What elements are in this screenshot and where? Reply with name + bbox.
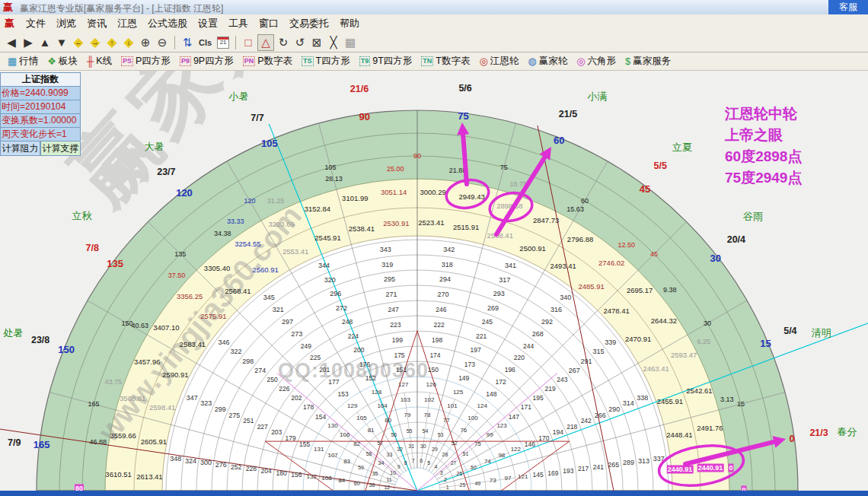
- menu-item-工具[interactable]: 工具: [223, 14, 254, 33]
- menu-item-帮助[interactable]: 帮助: [334, 14, 365, 33]
- forward-icon[interactable]: ▶: [21, 35, 36, 50]
- back-icon[interactable]: ◀: [4, 35, 19, 50]
- pointer-down-icon[interactable]: ▼: [54, 35, 69, 50]
- toolbar-separator: [235, 36, 236, 49]
- hexagon-icon: ◎: [576, 56, 585, 67]
- toolbar-modules: ▦行情❖板块╫K线PSP四方形P99P四方形PNP数字表TST四方形T99T四方…: [0, 52, 868, 71]
- diamond-right-icon[interactable]: ◆→: [88, 35, 103, 50]
- annotation-line: 江恩轮中轮: [725, 103, 802, 125]
- updown-icon[interactable]: ⇅: [180, 35, 195, 50]
- t-square-icon: TS: [302, 56, 314, 66]
- zoom-out-icon[interactable]: ⊖: [155, 35, 170, 50]
- module-t-table[interactable]: TNT数字表: [421, 55, 470, 68]
- menu-item-设置[interactable]: 设置: [193, 14, 223, 33]
- symbol-title: 上证指数: [0, 72, 81, 87]
- date-row: 时间=20190104: [0, 100, 81, 114]
- t-table-icon: TN: [421, 56, 433, 66]
- board-icon[interactable]: ▦: [343, 35, 358, 50]
- title-bar: 赢 赢家江恩专业版[赢家服务平台] - [上证指数 江恩轮]: [0, 0, 868, 15]
- app-logo-icon: 赢: [3, 1, 13, 14]
- 9p-square-label: 9P四方形: [193, 55, 234, 68]
- triangle-tool-icon[interactable]: △: [257, 34, 274, 51]
- step-row: 周天变化步长=1: [0, 128, 81, 141]
- kline-label: K线: [96, 55, 112, 68]
- bottom-strip: [0, 491, 868, 496]
- zoom-in-icon[interactable]: ⊕: [138, 35, 153, 50]
- diamond-left-icon[interactable]: ◆←: [71, 35, 86, 50]
- p-table-icon: PN: [243, 56, 256, 66]
- module-quotes[interactable]: ▦行情: [8, 55, 38, 68]
- quotes-icon: ▦: [8, 56, 17, 67]
- calendar-icon[interactable]: 21: [215, 35, 231, 50]
- module-p-table[interactable]: PNP数字表: [243, 55, 292, 68]
- module-t-square[interactable]: TST四方形: [302, 55, 350, 68]
- toolbar-separator: [174, 36, 175, 49]
- menu-item-文件[interactable]: 文件: [21, 14, 51, 33]
- annotation-text: 江恩轮中轮上帝之眼60度2898点75度2949点: [725, 103, 802, 189]
- calc-support-button[interactable]: 计算支撑: [40, 141, 81, 156]
- kline-icon: ╫: [87, 56, 94, 67]
- annotation-line: 上帝之眼: [725, 125, 802, 146]
- gann-wheel-label: 江恩轮: [490, 55, 519, 68]
- menu-item-交易委托[interactable]: 交易委托: [284, 14, 334, 33]
- module-p-square[interactable]: PSP四方形: [121, 55, 171, 68]
- 9t-square-label: 9T四方形: [372, 55, 412, 68]
- annotation-line: 60度2898点: [725, 146, 802, 167]
- module-9p-square[interactable]: P99P四方形: [180, 55, 234, 68]
- quotes-label: 行情: [19, 55, 38, 68]
- annotation-line: 75度2949点: [725, 167, 802, 189]
- gann-wheel-icon: ◎: [479, 56, 487, 67]
- rect-tool-icon[interactable]: □: [241, 35, 256, 50]
- price-row: 价格=2440.9099: [0, 87, 81, 100]
- support-button[interactable]: 客服: [828, 0, 868, 14]
- menu-item-公式选股[interactable]: 公式选股: [142, 14, 193, 33]
- t-square-label: T四方形: [316, 55, 350, 68]
- 9p-square-icon: P9: [180, 56, 191, 66]
- module-gann-wheel[interactable]: ◎江恩轮: [479, 55, 519, 68]
- module-hexagon[interactable]: ◎六角形: [576, 55, 616, 68]
- menu-bar: 赢文件浏览资讯江恩公式选股设置工具窗口交易委托帮助: [0, 14, 868, 33]
- info-panel: 上证指数 价格=2440.9099 时间=20190104 变换系数=1.000…: [0, 72, 81, 156]
- t-table-label: T数字表: [436, 55, 470, 68]
- pointer-up-icon[interactable]: ▲: [37, 35, 53, 50]
- window-title: 赢家江恩专业版[赢家服务平台] - [上证指数 江恩轮]: [20, 2, 223, 15]
- module-winner-service[interactable]: $赢家服务: [625, 55, 671, 68]
- rotate-cw-icon[interactable]: ↻: [276, 35, 291, 50]
- sectors-icon: ❖: [47, 56, 56, 67]
- 9t-square-icon: T9: [359, 56, 371, 66]
- module-sectors[interactable]: ❖板块: [47, 55, 78, 68]
- module-kline[interactable]: ╫K线: [87, 55, 112, 68]
- rotate-ccw-icon[interactable]: ↺: [292, 35, 308, 50]
- p-table-label: P数字表: [257, 55, 292, 68]
- sectors-label: 板块: [59, 55, 78, 68]
- hexagon-label: 六角形: [587, 55, 616, 68]
- diamond-down-icon[interactable]: ◆↓: [121, 35, 136, 50]
- calc-resistance-button[interactable]: 计算阻力: [0, 141, 40, 156]
- menu-item-江恩[interactable]: 江恩: [112, 14, 142, 33]
- module-winner-wheel[interactable]: ◍赢家轮: [528, 55, 567, 68]
- menu-item-窗口[interactable]: 窗口: [254, 14, 284, 33]
- cls-icon[interactable]: Cls: [196, 35, 214, 50]
- toolbar-main: ◀▶▲▼◆←◆→◆↑◆↓⊕⊖⇅Cls21□△↻↺⊠╳▦: [0, 33, 868, 52]
- module-9t-square[interactable]: T99T四方形: [359, 55, 413, 68]
- p-square-label: P四方形: [136, 55, 171, 68]
- p-square-icon: PS: [121, 56, 133, 66]
- winner-service-label: 赢家服务: [633, 55, 671, 68]
- flip-box-icon[interactable]: ⊠: [309, 35, 324, 50]
- scale-tool-icon[interactable]: ╳: [326, 35, 341, 50]
- diamond-up-icon[interactable]: ◆↑: [104, 35, 120, 50]
- winner-wheel-label: 赢家轮: [539, 55, 568, 68]
- winner-service-icon: $: [625, 56, 630, 67]
- menu-logo-icon: 赢: [5, 17, 14, 29]
- winner-wheel-icon: ◍: [528, 56, 536, 67]
- menu-item-浏览[interactable]: 浏览: [51, 14, 81, 33]
- menu-item-资讯[interactable]: 资讯: [81, 14, 112, 33]
- factor-row: 变换系数=1.00000: [0, 114, 81, 128]
